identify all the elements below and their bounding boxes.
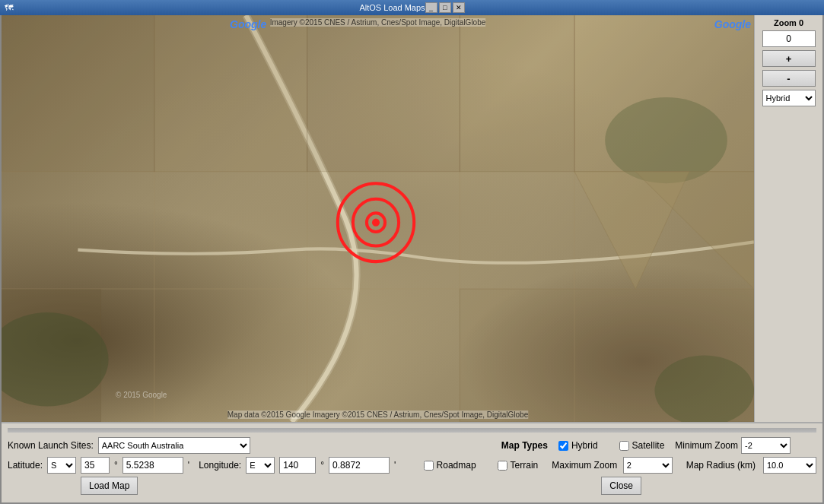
lon-deg-input[interactable]: [279, 457, 316, 474]
svg-point-13: [605, 97, 727, 183]
main-window: Imagery ©2015 CNES / Astrium, Cnes/Spot …: [0, 15, 824, 504]
map-container: Imagery ©2015 CNES / Astrium, Cnes/Spot …: [2, 15, 822, 422]
svg-rect-8: [307, 15, 460, 172]
lon-min-input[interactable]: [329, 457, 390, 474]
roadmap-label: Roadmap: [437, 460, 476, 471]
map-type-select[interactable]: Hybrid Satellite Roadmap Terrain: [762, 90, 816, 106]
lon-apos: ': [394, 460, 396, 471]
google-logo-left: Google: [230, 18, 266, 30]
map-svg: [2, 15, 754, 422]
titlebar: 🗺 AltOS Load Maps _ □ ✕: [0, 0, 824, 15]
app-icon: 🗺: [5, 3, 13, 12]
map-types-label: Map Types: [501, 440, 548, 451]
lat-deg-input[interactable]: [81, 457, 110, 474]
lon-dir-select[interactable]: EW: [246, 457, 275, 474]
minimum-zoom-label: Minimum Zoom: [675, 440, 738, 451]
close-button[interactable]: Close: [601, 477, 641, 495]
minimum-zoom-select[interactable]: -2-1012: [741, 437, 791, 454]
hybrid-row: Hybrid Satellite: [558, 440, 664, 451]
lat-apos: ': [188, 460, 189, 471]
right-panel: Zoom 0 0 + - Hybrid Satellite Roadmap Te…: [754, 15, 822, 422]
titlebar-controls: _ □ ✕: [425, 2, 465, 13]
maximum-zoom-label: Maximum Zoom: [552, 460, 617, 471]
maximum-zoom-select[interactable]: -2-102: [623, 457, 673, 474]
bottom-panel: Known Launch Sites: AARC South Australia…: [2, 422, 822, 502]
satellite-checkbox[interactable]: [619, 441, 629, 451]
load-map-button[interactable]: Load Map: [81, 477, 138, 495]
bottom-row-3: Load Map Close: [8, 477, 816, 495]
min-zoom-row: Minimum Zoom -2-1012: [675, 437, 816, 454]
hybrid-label: Hybrid: [571, 440, 598, 451]
map-radius-label: Map Radius (km): [686, 460, 756, 471]
roadmap-checkbox[interactable]: [424, 461, 434, 471]
map-area[interactable]: Imagery ©2015 CNES / Astrium, Cnes/Spot …: [2, 15, 754, 422]
map-types-group: Hybrid Satellite: [558, 440, 664, 451]
map-radius-select[interactable]: 5.010.015.0: [763, 457, 816, 474]
lat-dir-select[interactable]: SN: [47, 457, 76, 474]
roadmap-row: Roadmap Terrain: [424, 460, 539, 471]
zoom-minus-button[interactable]: -: [762, 70, 816, 87]
max-zoom-container: Maximum Zoom -2-102: [552, 457, 672, 474]
svg-rect-6: [2, 15, 154, 172]
zoom-value-display: 0: [762, 30, 816, 47]
minimize-button[interactable]: _: [425, 2, 437, 13]
launch-site-select[interactable]: AARC South Australia: [98, 437, 250, 454]
zoom-section: Minimum Zoom -2-1012: [675, 437, 816, 454]
maximize-button[interactable]: □: [439, 2, 451, 13]
lat-deg-symbol: °: [114, 460, 118, 471]
known-launch-sites-label: Known Launch Sites:: [8, 440, 94, 451]
latitude-label: Latitude:: [8, 460, 43, 471]
google-logo-right: Google: [714, 18, 751, 30]
close-button[interactable]: ✕: [453, 2, 465, 13]
map-attribution-top: Imagery ©2015 CNES / Astrium, Cnes/Spot …: [270, 18, 486, 27]
map-background: Imagery ©2015 CNES / Astrium, Cnes/Spot …: [2, 15, 754, 422]
bottom-row-2: Latitude: SN ° ' Longitude: EW ° ' Roadm…: [8, 457, 816, 474]
svg-point-21: [372, 219, 380, 227]
lat-min-input[interactable]: [122, 457, 183, 474]
bottom-row-1: Known Launch Sites: AARC South Australia…: [8, 437, 816, 454]
map-attribution-bottom: Map data ©2015 Google Imagery ©2015 CNES…: [227, 410, 529, 419]
satellite-label: Satellite: [632, 440, 665, 451]
svg-rect-7: [154, 15, 307, 172]
longitude-label: Longitude:: [199, 460, 241, 471]
zoom-label: Zoom 0: [774, 18, 803, 27]
terrain-checkbox[interactable]: [498, 461, 507, 471]
lon-deg-symbol: °: [320, 460, 324, 471]
terrain-label: Terrain: [511, 460, 539, 471]
svg-rect-9: [460, 15, 574, 172]
zoom-plus-button[interactable]: +: [762, 50, 816, 67]
hybrid-checkbox[interactable]: [558, 441, 568, 451]
window-title: AltOS Load Maps: [359, 3, 425, 12]
bottom-strip: [8, 428, 816, 433]
